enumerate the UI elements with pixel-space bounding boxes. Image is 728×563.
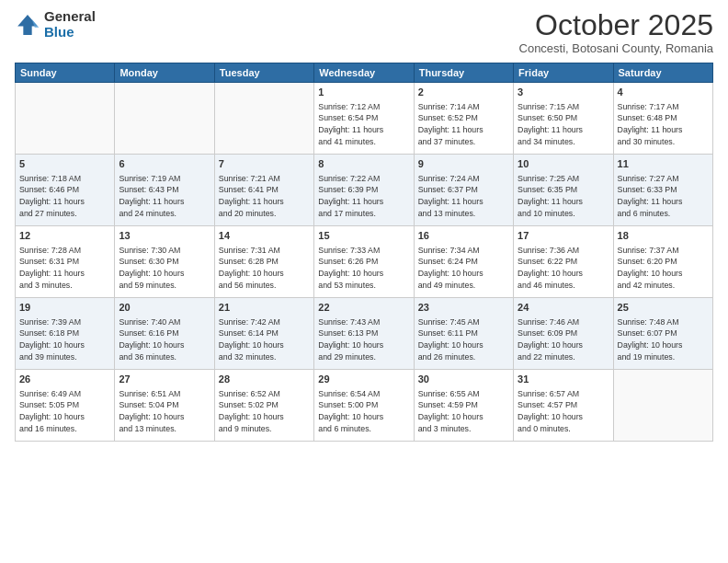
day-number: 1 xyxy=(318,86,409,99)
day-info: Sunrise: 7:19 AMSunset: 6:43 PMDaylight:… xyxy=(119,173,210,220)
table-row: 20Sunrise: 7:40 AMSunset: 6:16 PMDayligh… xyxy=(115,298,214,370)
day-number: 31 xyxy=(518,373,609,386)
day-info: Sunrise: 6:49 AMSunset: 5:05 PMDaylight:… xyxy=(19,388,110,435)
logo-icon xyxy=(15,12,40,38)
day-number: 8 xyxy=(318,157,409,171)
day-number: 15 xyxy=(318,229,409,243)
table-row: 25Sunrise: 7:48 AMSunset: 6:07 PMDayligh… xyxy=(613,298,712,370)
header-monday: Monday xyxy=(115,63,214,83)
day-number: 25 xyxy=(618,301,709,315)
day-info: Sunrise: 6:52 AMSunset: 5:02 PMDaylight:… xyxy=(219,388,310,435)
day-info: Sunrise: 7:22 AMSunset: 6:39 PMDaylight:… xyxy=(318,173,409,220)
day-number: 23 xyxy=(418,301,509,315)
table-row: 14Sunrise: 7:31 AMSunset: 6:28 PMDayligh… xyxy=(214,226,313,298)
day-info: Sunrise: 7:36 AMSunset: 6:22 PMDaylight:… xyxy=(518,245,609,292)
logo-general: General xyxy=(44,9,96,25)
table-row: 28Sunrise: 6:52 AMSunset: 5:02 PMDayligh… xyxy=(214,370,313,442)
day-info: Sunrise: 7:37 AMSunset: 6:20 PMDaylight:… xyxy=(618,245,709,292)
header-sunday: Sunday xyxy=(16,63,115,83)
day-info: Sunrise: 7:15 AMSunset: 6:50 PMDaylight:… xyxy=(518,101,609,148)
day-info: Sunrise: 7:34 AMSunset: 6:24 PMDaylight:… xyxy=(418,245,509,292)
day-info: Sunrise: 7:21 AMSunset: 6:41 PMDaylight:… xyxy=(219,173,310,220)
table-row: 16Sunrise: 7:34 AMSunset: 6:24 PMDayligh… xyxy=(414,226,513,298)
table-row: 9Sunrise: 7:24 AMSunset: 6:37 PMDaylight… xyxy=(414,155,513,226)
table-row xyxy=(115,83,214,155)
table-row xyxy=(214,83,313,155)
day-number: 13 xyxy=(119,229,210,243)
table-row: 15Sunrise: 7:33 AMSunset: 6:26 PMDayligh… xyxy=(314,226,414,298)
day-info: Sunrise: 7:39 AMSunset: 6:18 PMDaylight:… xyxy=(19,316,110,363)
table-row: 6Sunrise: 7:19 AMSunset: 6:43 PMDaylight… xyxy=(115,155,214,226)
title-block: October 2025 Concesti, Botosani County, … xyxy=(519,9,713,55)
table-row: 5Sunrise: 7:18 AMSunset: 6:46 PMDaylight… xyxy=(16,155,115,226)
table-row: 11Sunrise: 7:27 AMSunset: 6:33 PMDayligh… xyxy=(613,155,712,226)
header-wednesday: Wednesday xyxy=(314,63,414,83)
day-number: 16 xyxy=(418,229,509,243)
table-row: 30Sunrise: 6:55 AMSunset: 4:59 PMDayligh… xyxy=(414,370,513,442)
table-row xyxy=(613,370,712,442)
logo-text: General Blue xyxy=(44,9,96,40)
header-tuesday: Tuesday xyxy=(214,63,313,83)
table-row: 3Sunrise: 7:15 AMSunset: 6:50 PMDaylight… xyxy=(514,83,613,155)
day-number: 19 xyxy=(19,301,110,315)
day-number: 27 xyxy=(119,373,210,386)
table-row: 29Sunrise: 6:54 AMSunset: 5:00 PMDayligh… xyxy=(314,370,414,442)
calendar-week-row: 12Sunrise: 7:28 AMSunset: 6:31 PMDayligh… xyxy=(16,226,713,298)
day-info: Sunrise: 6:51 AMSunset: 5:04 PMDaylight:… xyxy=(119,388,210,435)
day-info: Sunrise: 7:25 AMSunset: 6:35 PMDaylight:… xyxy=(518,173,609,220)
calendar-week-row: 5Sunrise: 7:18 AMSunset: 6:46 PMDaylight… xyxy=(16,155,713,226)
table-row: 13Sunrise: 7:30 AMSunset: 6:30 PMDayligh… xyxy=(115,226,214,298)
day-info: Sunrise: 7:18 AMSunset: 6:46 PMDaylight:… xyxy=(19,173,110,220)
table-row: 23Sunrise: 7:45 AMSunset: 6:11 PMDayligh… xyxy=(414,298,513,370)
day-info: Sunrise: 7:48 AMSunset: 6:07 PMDaylight:… xyxy=(618,316,709,363)
calendar-header-row: Sunday Monday Tuesday Wednesday Thursday… xyxy=(16,63,713,83)
day-number: 3 xyxy=(518,86,609,99)
calendar-table: Sunday Monday Tuesday Wednesday Thursday… xyxy=(15,63,713,442)
day-number: 28 xyxy=(219,373,310,386)
day-number: 24 xyxy=(518,301,609,315)
table-row: 10Sunrise: 7:25 AMSunset: 6:35 PMDayligh… xyxy=(514,155,613,226)
day-info: Sunrise: 7:28 AMSunset: 6:31 PMDaylight:… xyxy=(19,245,110,292)
day-info: Sunrise: 7:27 AMSunset: 6:33 PMDaylight:… xyxy=(618,173,709,220)
day-number: 4 xyxy=(618,86,709,99)
month-title: October 2025 xyxy=(519,9,713,41)
table-row: 19Sunrise: 7:39 AMSunset: 6:18 PMDayligh… xyxy=(16,298,115,370)
day-number: 21 xyxy=(219,301,310,315)
day-number: 14 xyxy=(219,229,310,243)
table-row: 24Sunrise: 7:46 AMSunset: 6:09 PMDayligh… xyxy=(514,298,613,370)
day-info: Sunrise: 7:30 AMSunset: 6:30 PMDaylight:… xyxy=(119,245,210,292)
calendar-week-row: 19Sunrise: 7:39 AMSunset: 6:18 PMDayligh… xyxy=(16,298,713,370)
day-info: Sunrise: 7:24 AMSunset: 6:37 PMDaylight:… xyxy=(418,173,509,220)
day-number: 22 xyxy=(318,301,409,315)
day-info: Sunrise: 7:33 AMSunset: 6:26 PMDaylight:… xyxy=(318,245,409,292)
day-info: Sunrise: 7:40 AMSunset: 6:16 PMDaylight:… xyxy=(119,316,210,363)
table-row xyxy=(16,83,115,155)
table-row: 21Sunrise: 7:42 AMSunset: 6:14 PMDayligh… xyxy=(214,298,313,370)
day-info: Sunrise: 7:42 AMSunset: 6:14 PMDaylight:… xyxy=(219,316,310,363)
day-number: 18 xyxy=(618,229,709,243)
table-row: 22Sunrise: 7:43 AMSunset: 6:13 PMDayligh… xyxy=(314,298,414,370)
day-number: 7 xyxy=(219,157,310,171)
table-row: 2Sunrise: 7:14 AMSunset: 6:52 PMDaylight… xyxy=(414,83,513,155)
header-thursday: Thursday xyxy=(414,63,513,83)
day-info: Sunrise: 7:17 AMSunset: 6:48 PMDaylight:… xyxy=(618,101,709,148)
day-number: 10 xyxy=(518,157,609,171)
calendar-week-row: 26Sunrise: 6:49 AMSunset: 5:05 PMDayligh… xyxy=(16,370,713,442)
header-saturday: Saturday xyxy=(613,63,712,83)
day-number: 9 xyxy=(418,157,509,171)
table-row: 26Sunrise: 6:49 AMSunset: 5:05 PMDayligh… xyxy=(16,370,115,442)
day-info: Sunrise: 7:46 AMSunset: 6:09 PMDaylight:… xyxy=(518,316,609,363)
day-number: 2 xyxy=(418,86,509,99)
location-subtitle: Concesti, Botosani County, Romania xyxy=(519,41,713,55)
day-info: Sunrise: 6:55 AMSunset: 4:59 PMDaylight:… xyxy=(418,388,509,435)
table-row: 17Sunrise: 7:36 AMSunset: 6:22 PMDayligh… xyxy=(514,226,613,298)
table-row: 4Sunrise: 7:17 AMSunset: 6:48 PMDaylight… xyxy=(613,83,712,155)
day-number: 20 xyxy=(119,301,210,315)
day-info: Sunrise: 7:45 AMSunset: 6:11 PMDaylight:… xyxy=(418,316,509,363)
logo-blue: Blue xyxy=(44,25,96,40)
table-row: 31Sunrise: 6:57 AMSunset: 4:57 PMDayligh… xyxy=(514,370,613,442)
header-friday: Friday xyxy=(514,63,613,83)
day-info: Sunrise: 6:57 AMSunset: 4:57 PMDaylight:… xyxy=(518,388,609,435)
logo: General Blue xyxy=(15,9,96,40)
table-row: 8Sunrise: 7:22 AMSunset: 6:39 PMDaylight… xyxy=(314,155,414,226)
